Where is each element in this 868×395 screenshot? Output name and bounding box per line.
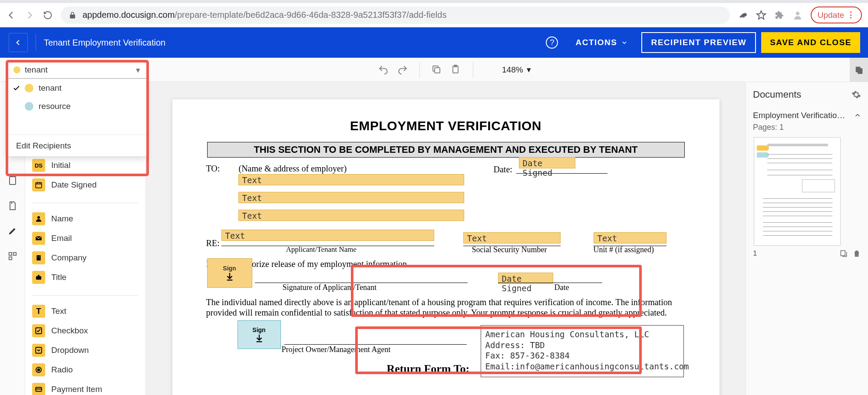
palette-label: Text xyxy=(51,306,66,316)
zoom-select[interactable]: 148% ▾ xyxy=(502,65,531,75)
palette-text[interactable]: TText xyxy=(25,301,145,321)
date-label-2: Date xyxy=(554,283,569,292)
recipient-selected-label: tenant xyxy=(25,65,48,75)
field-text-employer-3[interactable]: Text xyxy=(238,210,464,221)
url-host: appdemo.docusign.com/prepare-template/be… xyxy=(83,10,446,20)
chevron-up-icon xyxy=(854,112,861,119)
paste-button[interactable] xyxy=(450,64,462,76)
rail-grid-icon[interactable] xyxy=(0,244,25,269)
svg-rect-10 xyxy=(36,183,42,188)
recipient-color-dot xyxy=(25,102,33,111)
rail-pen-icon[interactable] xyxy=(0,218,25,244)
actions-button[interactable]: ACTIONS xyxy=(567,32,636,53)
field-text-applicant[interactable]: Text xyxy=(221,230,434,241)
palette-dropdown[interactable]: Dropdown xyxy=(25,340,145,360)
chevron-down-icon: ▾ xyxy=(527,65,531,75)
sign-label: Sign xyxy=(252,326,265,333)
unit-label: Unit # (if assigned) xyxy=(594,245,654,254)
extensions-icon[interactable] xyxy=(774,10,785,20)
key-icon[interactable] xyxy=(738,10,748,20)
edit-recipients-label: Edit Recipients xyxy=(16,141,71,151)
recipient-color-dot xyxy=(25,84,33,92)
profile-icon[interactable] xyxy=(792,10,803,20)
svg-rect-6 xyxy=(10,177,16,184)
svg-rect-7 xyxy=(9,253,12,255)
star-icon[interactable] xyxy=(756,10,766,20)
browser-reload-button[interactable] xyxy=(43,10,53,20)
palette-title[interactable]: Title xyxy=(25,267,145,287)
to-label: TO: xyxy=(206,164,220,174)
browser-update-label: Update xyxy=(818,10,844,20)
recipient-option-label: resource xyxy=(39,102,71,111)
palette-date-signed[interactable]: Date Signed xyxy=(25,175,145,195)
address-bar[interactable]: appdemo.docusign.com/prepare-template/be… xyxy=(61,7,730,24)
expand-thumb-icon[interactable] xyxy=(839,249,848,258)
zoom-value: 148% xyxy=(502,65,523,75)
page-thumbnail[interactable] xyxy=(754,137,841,246)
name-addr-label: (Name & address of employer) xyxy=(239,164,347,174)
browser-update-button[interactable]: Update ⋮ xyxy=(811,7,862,23)
svg-point-21 xyxy=(38,369,40,371)
undo-button[interactable] xyxy=(378,64,389,76)
back-button[interactable] xyxy=(9,33,28,52)
check-icon xyxy=(13,84,20,92)
document-canvas[interactable]: EMPLOYMENT VERIFICATION THIS SECTION TO … xyxy=(146,82,746,395)
palette-company[interactable]: Company xyxy=(25,248,145,268)
palette-radio[interactable]: Radio xyxy=(25,360,145,380)
palette-label: Initial xyxy=(51,161,70,170)
field-signature-resource[interactable]: Sign xyxy=(238,320,281,349)
redo-button[interactable] xyxy=(397,64,408,76)
help-icon[interactable]: ? xyxy=(546,36,558,49)
document-name-row[interactable]: Employment Verificatio… xyxy=(753,111,861,120)
delete-page-icon[interactable] xyxy=(852,249,861,258)
sign-label: Sign xyxy=(223,265,236,272)
rail-doc-icon[interactable] xyxy=(0,193,25,218)
copy-button[interactable] xyxy=(431,64,442,76)
applicant-name-label: Applicant/Tenant Name xyxy=(286,245,357,254)
field-text-employer-1[interactable]: Text xyxy=(238,174,464,185)
svg-rect-9 xyxy=(9,257,12,260)
palette-label: Name xyxy=(51,214,73,224)
palette-email[interactable]: Email xyxy=(25,228,145,248)
gear-icon[interactable] xyxy=(851,90,861,99)
palette-label: Email xyxy=(51,234,72,243)
return-block: American Housing Consultants, LLC Addres… xyxy=(481,325,684,377)
svg-rect-13 xyxy=(37,256,38,257)
actions-label: ACTIONS xyxy=(575,38,617,47)
palette-checkbox[interactable]: Checkbox xyxy=(25,321,145,341)
svg-rect-5 xyxy=(858,68,862,74)
palette-label: Date Signed xyxy=(51,180,97,190)
recipient-option-label: tenant xyxy=(39,83,62,93)
recipient-preview-button[interactable]: RECIPIENT PREVIEW xyxy=(641,32,756,53)
recipient-select[interactable]: tenant ▾ xyxy=(7,61,147,79)
browser-back-button[interactable] xyxy=(6,10,17,20)
field-date-signed-1[interactable]: Date Signed xyxy=(519,157,575,168)
field-text-ssn[interactable]: Text xyxy=(463,232,561,244)
palette-payment-item[interactable]: Payment Item xyxy=(25,379,145,395)
palette-label: Radio xyxy=(51,365,73,375)
svg-point-0 xyxy=(796,12,799,15)
toggle-panel-button[interactable] xyxy=(850,58,868,82)
palette-name[interactable]: Name xyxy=(25,209,145,229)
app-header: Tenant Employment Verification ? ACTIONS… xyxy=(0,27,868,58)
palette-initial[interactable]: DSInitial xyxy=(25,155,145,175)
return-form-label: Return Form To: xyxy=(387,362,470,375)
field-text-employer-2[interactable]: Text xyxy=(238,192,464,203)
thumb-page-number: 1 xyxy=(753,249,757,258)
palette-label: Checkbox xyxy=(51,326,88,336)
pages-count: Pages: 1 xyxy=(753,123,861,132)
recipient-option-tenant[interactable]: tenant xyxy=(7,79,146,97)
browser-forward-button[interactable] xyxy=(24,10,35,20)
palette-label: Dropdown xyxy=(51,346,89,355)
field-signature-tenant[interactable]: Sign xyxy=(207,258,252,288)
svg-point-11 xyxy=(37,216,40,219)
edit-recipients-link[interactable]: Edit Recipients xyxy=(7,135,146,156)
field-text-unit[interactable]: Text xyxy=(594,232,667,244)
palette-label: Company xyxy=(51,253,86,263)
document-page: EMPLOYMENT VERIFICATION THIS SECTION TO … xyxy=(172,99,719,395)
save-and-close-button[interactable]: SAVE AND CLOSE xyxy=(761,32,860,53)
recipient-option-resource[interactable]: resource xyxy=(7,97,146,115)
rail-page-icon[interactable] xyxy=(0,168,25,193)
svg-rect-1 xyxy=(435,68,440,73)
recipient-color-dot xyxy=(13,66,20,73)
